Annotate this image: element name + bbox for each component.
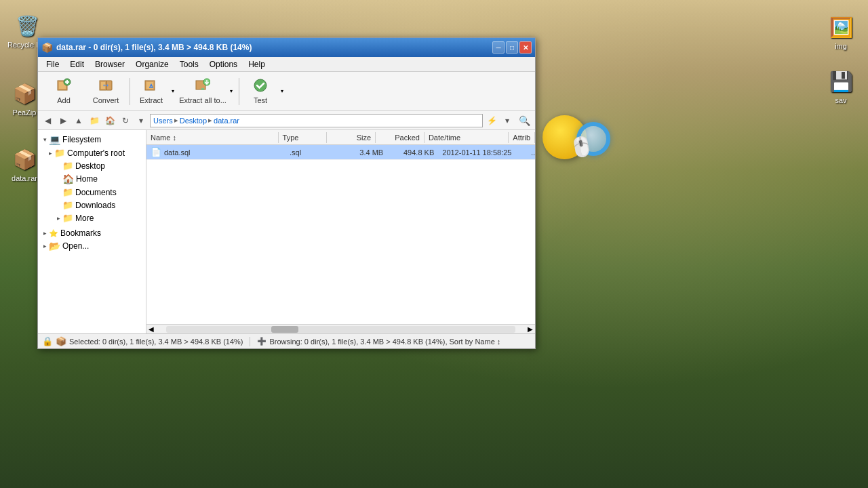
convert-button[interactable]: Convert (85, 75, 126, 108)
datarar-image: 📦 (11, 146, 38, 173)
status-left-text: Selected: 0 dir(s), 1 file(s), 3.4 MB > … (69, 338, 243, 346)
status-divider (250, 337, 250, 346)
path-users[interactable]: Users (153, 117, 173, 125)
addr-sync-button[interactable]: ⚡ (485, 114, 498, 127)
col-header-type[interactable]: Type (279, 132, 328, 143)
file-row-datasql[interactable]: 📄 data.sql .sql 3.4 MB 494.8 KB 2012-01-… (146, 145, 535, 160)
tree-home[interactable]: ▸ 🏠 Home (38, 172, 146, 186)
file-name: data.sql (164, 148, 191, 157)
left-panel: ▾ 💻 Filesystem ▸ 📁 Computer's root ▸ 📁 D… (38, 130, 146, 333)
datarar-label: data.rar (12, 174, 37, 182)
path-sep-2: ▸ (208, 116, 212, 125)
extract-all-with-arrow: Extract all to... ▾ (178, 75, 235, 108)
scroll-left-button[interactable]: ◀ (146, 325, 156, 334)
tree-more[interactable]: ▸ 📁 More (38, 211, 146, 224)
col-header-datetime[interactable]: Date/time (425, 132, 509, 143)
extract-all-arrow-button[interactable]: ▾ (227, 75, 235, 108)
tree-documents[interactable]: ▸ 📁 Documents (38, 186, 146, 199)
desktop-folder-icon: 📁 (62, 161, 73, 171)
window-title: data.rar - 0 dir(s), 1 file(s), 3.4 MB >… (56, 43, 492, 52)
scroll-track[interactable] (166, 326, 515, 333)
sav-image: 💾 (827, 68, 854, 95)
right-panel: Name ↕ Type Size Packed Date/time Attrib… (146, 130, 535, 333)
img-desktop-icon[interactable]: 🖼️ img (821, 14, 861, 50)
nav-home-button[interactable]: 🏠 (103, 114, 117, 127)
bookmarks-icon: ⭐ (49, 229, 58, 238)
minimize-button[interactable]: ─ (492, 41, 505, 54)
add-icon (56, 78, 71, 95)
horizontal-scrollbar[interactable]: ◀ ▶ (146, 324, 535, 333)
nav-up-button[interactable]: ▲ (72, 114, 85, 127)
tree-computers-root[interactable]: ▸ 📁 Computer's root (38, 146, 146, 159)
test-icon (253, 78, 268, 95)
column-headers: Name ↕ Type Size Packed Date/time Attrib (146, 130, 535, 145)
scroll-right-button[interactable]: ▶ (526, 325, 535, 334)
file-icon: 📄 (151, 147, 161, 157)
computers-root-arrow[interactable]: ▸ (46, 149, 54, 157)
tree-open[interactable]: ▸ 📂 Open... (38, 239, 146, 253)
sav-desktop-icon[interactable]: 💾 sav (821, 68, 861, 104)
nav-dropdown-button[interactable]: ▾ (134, 114, 148, 127)
computers-root-icon: 📁 (54, 148, 65, 158)
nav-refresh-button[interactable]: ↻ (119, 114, 132, 127)
open-arrow[interactable]: ▸ (41, 242, 49, 250)
search-button[interactable]: 🔍 (516, 114, 532, 127)
address-path[interactable]: Users ▸ Desktop ▸ data.rar (150, 114, 483, 127)
computers-root-label: Computer's root (67, 148, 125, 158)
convert-label: Convert (93, 96, 119, 104)
add-button[interactable]: Add (43, 75, 84, 108)
menu-tools[interactable]: Tools (174, 58, 204, 70)
toolbar-sep-2 (239, 78, 239, 105)
menu-bar: File Edit Browser Organize Tools Options… (38, 57, 535, 72)
maximize-button[interactable]: □ (506, 41, 518, 54)
filesystem-expand-arrow[interactable]: ▾ (41, 136, 49, 144)
extract-all-icon (195, 78, 210, 95)
addr-extra-button[interactable]: ▾ (500, 114, 514, 127)
col-header-name[interactable]: Name ↕ (146, 132, 279, 143)
more-arrow[interactable]: ▸ (54, 214, 62, 222)
col-header-packed[interactable]: Packed (376, 132, 425, 143)
tree-bookmarks[interactable]: ▸ ⭐ Bookmarks (38, 227, 146, 239)
menu-organize[interactable]: Organize (130, 58, 174, 70)
extract-button[interactable]: Extract (134, 75, 169, 108)
desktop-label: Desktop (75, 161, 105, 171)
col-header-attrib[interactable]: Attrib (509, 132, 535, 143)
sav-label: sav (835, 96, 846, 104)
test-arrow-button[interactable]: ▾ (278, 75, 286, 108)
file-name-cell: 📄 data.sql (146, 146, 285, 159)
menu-options[interactable]: Options (204, 58, 243, 70)
nav-back-button[interactable]: ◀ (41, 114, 54, 127)
tree-desktop[interactable]: ▸ 📁 Desktop (38, 159, 146, 172)
tree-filesystem[interactable]: ▾ 💻 Filesystem (38, 133, 146, 146)
nav-browse-button[interactable]: 📁 (87, 114, 101, 127)
status-right-text: Browsing: 0 dir(s), 1 file(s), 3.4 MB > … (269, 338, 500, 346)
extract-label: Extract (140, 96, 163, 104)
extract-all-label: Extract all to... (179, 96, 226, 104)
bookmarks-label: Bookmarks (60, 228, 101, 238)
close-button[interactable]: ✕ (519, 41, 532, 54)
test-button[interactable]: Test (243, 75, 278, 108)
extract-arrow-button[interactable]: ▾ (169, 75, 177, 108)
status-expand-icon: ➕ (257, 337, 267, 346)
status-bar: 🔒 📦 Selected: 0 dir(s), 1 file(s), 3.4 M… (38, 333, 535, 348)
nav-forward-button[interactable]: ▶ (56, 114, 70, 127)
img-image: 🖼️ (827, 14, 854, 41)
recycle-bin-image: 🗑️ (14, 12, 41, 39)
tree-downloads[interactable]: ▸ 📁 Downloads (38, 199, 146, 211)
home-icon: 🏠 (62, 174, 74, 184)
address-bar: ◀ ▶ ▲ 📁 🏠 ↻ ▾ Users ▸ Desktop ▸ data.rar… (38, 111, 535, 130)
extract-icon (144, 78, 159, 95)
scroll-thumb[interactable] (271, 326, 298, 333)
path-desktop[interactable]: Desktop (180, 117, 207, 125)
menu-file[interactable]: File (41, 58, 64, 70)
menu-help[interactable]: Help (243, 58, 271, 70)
extract-all-button[interactable]: Extract all to... (178, 75, 227, 108)
menu-edit[interactable]: Edit (64, 58, 90, 70)
documents-icon: 📁 (62, 187, 73, 197)
col-header-size[interactable]: Size (327, 132, 376, 143)
more-label: More (75, 214, 94, 223)
menu-browser[interactable]: Browser (90, 58, 130, 70)
bookmarks-arrow[interactable]: ▸ (41, 229, 49, 237)
path-datarar[interactable]: data.rar (214, 117, 239, 125)
open-label: Open... (62, 241, 89, 251)
